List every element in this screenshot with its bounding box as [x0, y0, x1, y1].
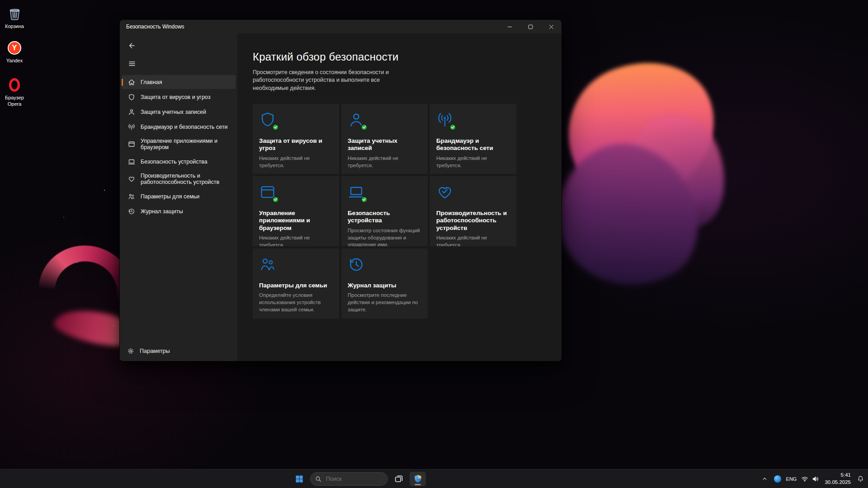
- tray-chevron-up[interactable]: [759, 472, 771, 486]
- sidebar-item-label: Защита учетных записей: [141, 109, 206, 115]
- tile-app-browser-control[interactable]: Управление приложениями и браузером Ника…: [253, 176, 339, 246]
- menu-button[interactable]: [125, 58, 139, 70]
- status-check-icon: [272, 196, 279, 203]
- shield-icon: [259, 111, 278, 130]
- windows-security-taskbar-icon[interactable]: [410, 472, 426, 486]
- taskbar-clock[interactable]: 5:41 30.05.2025: [822, 472, 854, 485]
- sidebar-item-app-browser-control[interactable]: Управление приложениями и браузером: [122, 135, 236, 154]
- history-clock-icon: [128, 208, 135, 215]
- taskbar-search[interactable]: [310, 472, 388, 486]
- tile-title: Защита учетных записей: [348, 137, 421, 152]
- network-icon: [128, 123, 135, 131]
- shield-icon: [128, 94, 135, 101]
- tile-desc: Никаких действий не требуется.: [436, 235, 510, 246]
- window-title: Безопасность Windows: [120, 23, 184, 30]
- sidebar-item-device-health[interactable]: Производительность и работоспособность у…: [122, 169, 236, 188]
- sidebar-nav: Главная Защита от вирусов и угроз Защита…: [120, 75, 237, 218]
- start-button[interactable]: [291, 472, 307, 486]
- sidebar-item-label: Производительность и работоспособность у…: [141, 173, 230, 185]
- person-icon: [128, 108, 135, 116]
- sidebar: Главная Защита от вирусов и угроз Защита…: [120, 33, 237, 361]
- tile-firewall-network[interactable]: Брандмауэр и безопасность сети Никаких д…: [430, 104, 516, 174]
- language-label: ENG: [786, 476, 797, 482]
- tile-protection-history[interactable]: Журнал защиты Просмотрите последние дейс…: [341, 249, 428, 319]
- status-check-icon: [361, 124, 368, 131]
- gear-icon: [127, 347, 134, 355]
- language-indicator[interactable]: ENG: [784, 472, 799, 486]
- sidebar-item-protection-history[interactable]: Журнал защиты: [122, 204, 236, 218]
- task-view-button[interactable]: [391, 472, 407, 486]
- recycle-bin-icon: [0, 5, 31, 22]
- tile-device-performance-health[interactable]: Производительность и работоспособность у…: [430, 176, 516, 246]
- sidebar-settings-label: Параметры: [140, 348, 170, 354]
- person-icon: [348, 111, 367, 130]
- desktop-icon-opera[interactable]: Браузер Opera: [0, 77, 31, 108]
- tile-desc: Никаких действий не требуется.: [259, 235, 333, 246]
- tile-desc: Никаких действий не требуется.: [436, 155, 510, 169]
- tile-device-security[interactable]: Безопасность устройства Просмотр состоян…: [341, 176, 428, 246]
- device-icon: [348, 183, 367, 202]
- tile-desc: Просмотр состояния функций защиты оборуд…: [348, 227, 421, 246]
- search-icon: [315, 476, 321, 482]
- family-icon: [259, 256, 278, 275]
- back-button[interactable]: [125, 40, 139, 52]
- sidebar-item-label: Защита от вирусов и угроз: [141, 94, 210, 100]
- tile-title: Брандмауэр и безопасность сети: [436, 137, 510, 152]
- app-window-icon: [128, 141, 135, 148]
- search-input[interactable]: [325, 475, 378, 483]
- wallpaper-sparkles: [104, 190, 105, 191]
- volume-icon: [812, 475, 819, 483]
- desktop-icon-yandex[interactable]: Y Yandex: [0, 40, 31, 64]
- sidebar-item-label: Управление приложениями и браузером: [141, 138, 230, 150]
- desktop-icon-label: Yandex: [0, 58, 31, 64]
- titlebar[interactable]: Безопасность Windows: [120, 20, 561, 33]
- desktop-icon-recycle-bin[interactable]: Корзина: [0, 5, 31, 30]
- windows-security-window: Безопасность Windows: [119, 19, 562, 361]
- tile-desc: Никаких действий не требуется.: [259, 155, 333, 169]
- tray-app-icon[interactable]: [772, 472, 783, 486]
- close-button[interactable]: [541, 20, 561, 33]
- tile-title: Журнал защиты: [348, 282, 421, 289]
- notification-bell-icon[interactable]: [854, 472, 866, 486]
- sidebar-item-label: Журнал защиты: [141, 208, 183, 215]
- status-check-icon: [449, 124, 456, 131]
- sidebar-item-label: Безопасность устройства: [141, 159, 208, 165]
- device-icon: [128, 158, 135, 165]
- tile-family-options[interactable]: Параметры для семьи Определяйте условия …: [253, 249, 339, 319]
- taskbar: ENG 5:41 30.05.2025: [0, 469, 868, 488]
- sidebar-item-virus-protection[interactable]: Защита от вирусов и угроз: [122, 90, 236, 104]
- sidebar-item-family-options[interactable]: Параметры для семьи: [122, 189, 236, 203]
- tile-desc: Определяйте условия использования устрой…: [259, 292, 333, 314]
- main-content: Краткий обзор безопасности Просмотрите с…: [237, 33, 561, 361]
- sidebar-item-home[interactable]: Главная: [122, 75, 236, 89]
- status-check-icon: [272, 124, 279, 131]
- sidebar-item-firewall-network[interactable]: Брандмауэр и безопасность сети: [122, 120, 236, 134]
- clock-time: 5:41: [825, 472, 851, 479]
- tile-account-protection[interactable]: Защита учетных записей Никаких действий …: [341, 104, 428, 174]
- yandex-icon: Y: [0, 40, 31, 56]
- opera-icon: [0, 77, 31, 93]
- tile-title: Производительность и работоспособность у…: [436, 210, 510, 232]
- maximize-button[interactable]: [520, 20, 541, 33]
- tile-title: Параметры для семьи: [259, 282, 333, 289]
- home-icon: [128, 79, 135, 86]
- network-icon: [436, 111, 455, 130]
- sidebar-item-label: Брандмауэр и безопасность сети: [141, 124, 228, 130]
- sidebar-item-label: Главная: [141, 79, 162, 85]
- family-icon: [128, 193, 135, 200]
- sidebar-item-account-protection[interactable]: Защита учетных записей: [122, 105, 236, 119]
- tile-title: Управление приложениями и браузером: [259, 210, 333, 232]
- tile-desc: Никаких действий не требуется.: [348, 155, 421, 169]
- tile-title: Защита от вирусов и угроз: [259, 137, 333, 152]
- network-volume-group[interactable]: [799, 472, 821, 486]
- sidebar-settings[interactable]: Параметры: [127, 347, 170, 355]
- security-tiles-grid: Защита от вирусов и угроз Никаких действ…: [253, 104, 561, 319]
- desktop-icon-label: Браузер Opera: [0, 95, 31, 108]
- sidebar-item-device-security[interactable]: Безопасность устройства: [122, 155, 236, 169]
- tile-virus-threat-protection[interactable]: Защита от вирусов и угроз Никаких действ…: [253, 104, 339, 174]
- minimize-button[interactable]: [499, 20, 520, 33]
- desktop-icon-label: Корзина: [0, 23, 31, 30]
- history-clock-icon: [348, 256, 367, 275]
- sidebar-item-label: Параметры для семьи: [141, 193, 199, 200]
- tile-title: Безопасность устройства: [348, 210, 421, 225]
